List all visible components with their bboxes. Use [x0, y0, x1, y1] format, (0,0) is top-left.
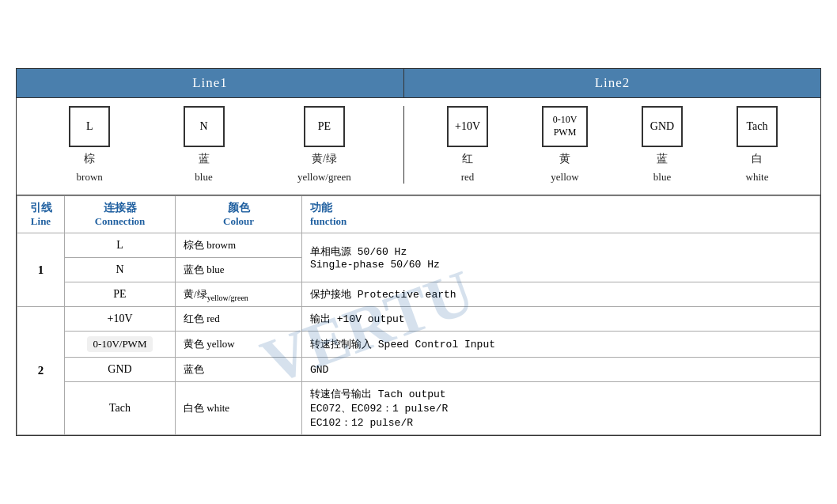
connector-cn-gnd: 蓝: [657, 152, 668, 166]
conn-cell-L: L: [65, 233, 176, 257]
connector-pwm: 0-10VPWM 黄 yellow: [542, 106, 588, 184]
header-line1: Line1: [17, 69, 404, 97]
th-colour-cn: 颜色: [184, 201, 294, 215]
colour-cell-pwm: 黄色 yellow: [176, 332, 302, 358]
function-cell-10v: 输出 +10V output: [302, 307, 820, 332]
connector-box-tach: Tach: [737, 106, 778, 147]
connector-en-pwm: yellow: [551, 171, 578, 184]
connector-box-L: L: [69, 106, 110, 147]
line-cell-1: 1: [17, 233, 65, 307]
conn-pwm-badge: 0-10V/PWM: [87, 336, 153, 352]
table-row-2-gnd: GND 蓝色 GND: [17, 358, 820, 382]
connector-en-L: brown: [77, 171, 103, 184]
table-row-2-tach: Tach 白色 white 转速信号输出 Tach output EC072、E…: [17, 382, 820, 435]
connector-cn-N: 蓝: [199, 152, 210, 166]
colour-cell-10v: 红色 red: [176, 307, 302, 332]
connector-en-N: blue: [195, 171, 212, 184]
th-colour: 颜色 Colour: [176, 195, 302, 233]
connector-10v: +10V 红 red: [447, 106, 488, 184]
th-line-en: Line: [25, 215, 56, 228]
th-function-en: function: [310, 215, 812, 228]
connector-N: N 蓝 blue: [184, 106, 225, 184]
header-line2: Line2: [404, 69, 820, 97]
function-cell-gnd: GND: [302, 358, 820, 382]
connector-en-tach: white: [746, 171, 769, 184]
connector-cn-PE: 黄/绿: [312, 152, 337, 166]
table-row-1-L: 1 L 棕色 browm 单相电源 50/60 Hz Single-phase …: [17, 233, 820, 257]
table-row-1-PE: PE 黄/绿yellow/green 保护接地 Protective earth: [17, 282, 820, 307]
connector-box-gnd: GND: [642, 106, 683, 147]
th-colour-en: Colour: [184, 215, 294, 228]
table-header-row: 引线 Line 连接器 Connection 颜色 Colour 功能 func…: [17, 195, 820, 233]
connector-tach: Tach 白 white: [737, 106, 778, 184]
line2-connectors: +10V 红 red 0-10VPWM 黄 yellow GND 蓝 blue …: [404, 106, 820, 184]
connector-gnd: GND 蓝 blue: [642, 106, 683, 184]
th-connection: 连接器 Connection: [65, 195, 176, 233]
table-row-2-pwm: 0-10V/PWM 黄色 yellow 转速控制输入 Speed Control…: [17, 332, 820, 358]
conn-cell-PE: PE: [65, 282, 176, 307]
line1-connectors: L 棕 brown N 蓝 blue PE 黄/绿 yellow/green: [17, 106, 404, 184]
colour-cell-PE: 黄/绿yellow/green: [176, 282, 302, 307]
connector-box-PE: PE: [304, 106, 345, 147]
th-connection-en: Connection: [73, 215, 167, 228]
table-row-2-10v: 2 +10V 红色 red 输出 +10V output: [17, 307, 820, 332]
main-table: 引线 Line 连接器 Connection 颜色 Colour 功能 func…: [17, 195, 820, 436]
main-container: Line1 Line2 L 棕 brown N 蓝 blue PE 黄/绿 ye…: [16, 68, 821, 437]
table-wrap: VERTU 引线 Line 连接器 Connection 颜色 Colour: [17, 195, 820, 436]
diagram-row: L 棕 brown N 蓝 blue PE 黄/绿 yellow/green +…: [17, 98, 820, 195]
conn-cell-tach: Tach: [65, 382, 176, 435]
conn-cell-gnd-t: GND: [65, 358, 176, 382]
th-function: 功能 function: [302, 195, 820, 233]
th-connection-cn: 连接器: [73, 201, 167, 215]
header-row: Line1 Line2: [17, 69, 820, 98]
colour-cell-gnd: 蓝色: [176, 358, 302, 382]
conn-cell-10v: +10V: [65, 307, 176, 332]
connector-cn-L: 棕: [84, 152, 95, 166]
connector-en-gnd: blue: [653, 171, 671, 184]
conn-cell-N: N: [65, 257, 176, 282]
connector-en-10v: red: [461, 171, 475, 184]
function-cell-tach: 转速信号输出 Tach output EC072、EC092：1 pulse/R…: [302, 382, 820, 435]
connector-box-N: N: [184, 106, 225, 147]
colour-cell-tach: 白色 white: [176, 382, 302, 435]
connector-L: L 棕 brown: [69, 106, 110, 184]
th-line-cn: 引线: [25, 201, 56, 215]
function-cell-L-N: 单相电源 50/60 Hz Single-phase 50/60 Hz: [302, 233, 820, 282]
connector-cn-pwm: 黄: [559, 152, 570, 166]
colour-cell-N: 蓝色 blue: [176, 257, 302, 282]
th-function-cn: 功能: [310, 201, 812, 215]
connector-PE: PE 黄/绿 yellow/green: [297, 106, 351, 184]
function-cell-PE: 保护接地 Protective earth: [302, 282, 820, 307]
connector-cn-tach: 白: [752, 152, 763, 166]
th-line: 引线 Line: [17, 195, 65, 233]
connector-cn-10v: 红: [462, 152, 473, 166]
conn-cell-pwm: 0-10V/PWM: [65, 332, 176, 358]
colour-cell-L: 棕色 browm: [176, 233, 302, 257]
function-cell-pwm: 转速控制输入 Speed Control Input: [302, 332, 820, 358]
connector-en-PE: yellow/green: [297, 171, 351, 184]
connector-box-10v: +10V: [447, 106, 488, 147]
connector-box-pwm: 0-10VPWM: [542, 106, 588, 147]
line-cell-2: 2: [17, 307, 65, 435]
